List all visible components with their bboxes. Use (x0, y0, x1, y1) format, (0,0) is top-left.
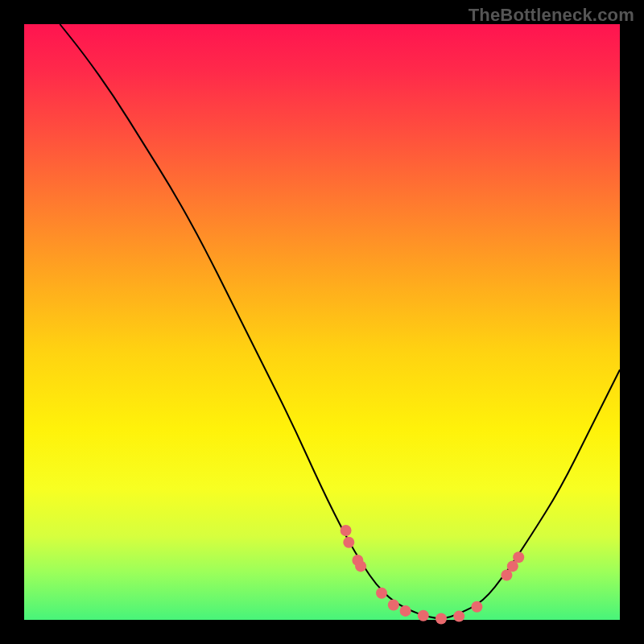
curve-marker-dot (343, 537, 354, 548)
curve-marker-dot (341, 525, 352, 536)
curve-marker-dot (436, 613, 447, 625)
watermark-text: TheBottleneck.com (469, 5, 634, 26)
curve-markers (341, 525, 525, 625)
curve-marker-dot (418, 610, 429, 621)
curve-marker-dot (453, 611, 464, 622)
curve-marker-dot (388, 600, 399, 611)
bottleneck-curve (60, 24, 620, 618)
chart-svg-overlay (24, 24, 620, 620)
curve-marker-dot (400, 605, 411, 617)
curve-marker-dot (513, 551, 524, 563)
curve-marker-dot (376, 588, 387, 599)
curve-marker-dot (471, 601, 482, 613)
curve-marker-dot (355, 560, 366, 572)
